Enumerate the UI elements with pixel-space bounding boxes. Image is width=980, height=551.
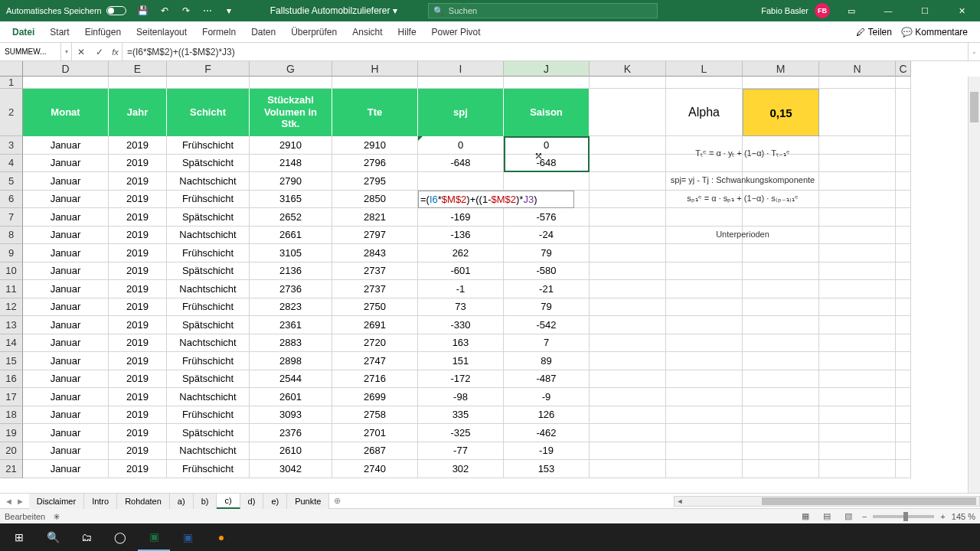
cell-K17[interactable] (590, 388, 666, 406)
cell-H19[interactable]: 2701 (332, 424, 418, 442)
cell-M11[interactable] (743, 280, 819, 298)
cell-K18[interactable] (590, 406, 666, 425)
cell-D1[interactable] (23, 77, 109, 89)
cell-C12[interactable] (896, 298, 911, 317)
cell-D4[interactable]: Januar (23, 155, 109, 173)
cell-J20[interactable]: -19 (504, 442, 590, 461)
cell-D21[interactable]: Januar (23, 460, 109, 478)
cell-M1[interactable] (743, 77, 819, 89)
zoom-in-icon[interactable]: + (940, 512, 945, 521)
cell-H4[interactable]: 2796 (332, 155, 418, 173)
cell-K16[interactable] (590, 370, 666, 389)
cell-E4[interactable]: 2019 (109, 155, 167, 173)
cell-D17[interactable]: Januar (23, 388, 109, 406)
cell-L15[interactable] (666, 352, 743, 370)
cell-K19[interactable] (590, 424, 666, 442)
cell-C3[interactable] (896, 136, 911, 155)
search-task-icon[interactable]: 🔍 (37, 523, 69, 551)
fx-icon[interactable]: fx (109, 43, 122, 60)
sheet-nav[interactable]: ◄► (0, 497, 29, 506)
cell-F16[interactable]: Spätschicht (167, 370, 250, 389)
name-box[interactable]: SUMMEW... (0, 43, 61, 60)
save-icon[interactable]: 💾 (132, 0, 154, 21)
cell-F11[interactable]: Nachtschicht (167, 280, 250, 298)
row-header-8[interactable]: 8 (0, 227, 23, 245)
cell-I7[interactable]: -169 (418, 208, 504, 227)
cell-H12[interactable]: 2750 (332, 298, 418, 317)
row-header-7[interactable]: 7 (0, 208, 23, 227)
header-I[interactable]: spj (418, 89, 504, 136)
cell-K1[interactable] (590, 77, 666, 89)
name-box-dropdown-icon[interactable]: ▾ (61, 43, 72, 60)
add-sheet-icon[interactable]: ⊕ (329, 496, 345, 506)
select-all-corner[interactable] (0, 61, 23, 77)
toggle-switch[interactable] (106, 6, 126, 15)
col-header-L[interactable]: L (666, 61, 743, 77)
cell-G17[interactable]: 2601 (250, 388, 332, 406)
cell-N18[interactable] (819, 406, 896, 425)
tab-ueberpruefen[interactable]: Überprüfen (283, 21, 345, 43)
cell-G18[interactable]: 3093 (250, 406, 332, 425)
cell-I13[interactable]: -330 (418, 316, 504, 334)
tab-powerpivot[interactable]: Power Pivot (424, 21, 488, 43)
cell-N1[interactable] (819, 77, 896, 89)
cell-F18[interactable]: Frühschicht (167, 406, 250, 425)
cell-G21[interactable]: 3042 (250, 460, 332, 478)
minimize-icon[interactable]: — (873, 0, 903, 21)
cell-G16[interactable]: 2544 (250, 370, 332, 389)
cell-M12[interactable] (743, 298, 819, 317)
alpha-label[interactable]: Alpha (666, 89, 743, 136)
cell-M7[interactable] (743, 208, 819, 227)
row-header-16[interactable]: 16 (0, 370, 23, 389)
cell-H10[interactable]: 2737 (332, 262, 418, 281)
cell-C1[interactable] (896, 77, 911, 89)
cell-E19[interactable]: 2019 (109, 424, 167, 442)
cell-G11[interactable]: 2736 (250, 280, 332, 298)
cell-L11[interactable] (666, 280, 743, 298)
cell-G4[interactable]: 2148 (250, 155, 332, 173)
cell-M16[interactable] (743, 370, 819, 389)
cell-G10[interactable]: 2136 (250, 262, 332, 281)
tab-hilfe[interactable]: Hilfe (390, 21, 424, 43)
cell-F6[interactable]: Frühschicht (167, 191, 250, 209)
col-header-M[interactable]: M (743, 61, 819, 77)
formula-input[interactable]: =(I6*$M$2)+((1-$M$2)*J3) (122, 43, 968, 60)
cell-F21[interactable]: Frühschicht (167, 460, 250, 478)
user-name[interactable]: Fabio Basler (761, 6, 808, 15)
cell-K11[interactable] (590, 280, 666, 298)
cell-I15[interactable]: 151 (418, 352, 504, 370)
excel-icon[interactable]: ▣ (138, 523, 170, 551)
alpha-value[interactable]: 0,15 (743, 89, 819, 136)
cell-D3[interactable]: Januar (23, 136, 109, 155)
cell-I17[interactable]: -98 (418, 388, 504, 406)
cell-H13[interactable]: 2691 (332, 316, 418, 334)
sheet-tab-Disclaimer[interactable]: Disclaimer (29, 494, 84, 509)
cell-C9[interactable] (896, 244, 911, 262)
cell-L19[interactable] (666, 424, 743, 442)
cancel-edit-icon[interactable]: ✕ (72, 43, 90, 60)
cell-C10[interactable] (896, 262, 911, 281)
cell-J14[interactable]: 7 (504, 334, 590, 353)
cell-F14[interactable]: Nachtschicht (167, 334, 250, 353)
start-icon[interactable]: ⊞ (3, 523, 35, 551)
cell-J1[interactable] (504, 77, 590, 89)
cell-K13[interactable] (590, 316, 666, 334)
cell-K15[interactable] (590, 352, 666, 370)
col-header-D[interactable]: D (23, 61, 109, 77)
cell-J17[interactable]: -9 (504, 388, 590, 406)
cell-J8[interactable]: -24 (504, 227, 590, 245)
cell-J3[interactable]: 0 (504, 136, 590, 155)
cell-C20[interactable] (896, 442, 911, 461)
cell-N7[interactable] (819, 208, 896, 227)
cell-L20[interactable] (666, 442, 743, 461)
col-header-H[interactable]: H (332, 61, 418, 77)
undo-icon[interactable]: ↶ (154, 0, 175, 21)
cell-E18[interactable]: 2019 (109, 406, 167, 425)
row-header-4[interactable]: 4 (0, 155, 23, 173)
view-normal-icon[interactable]: ▦ (798, 510, 813, 523)
cell-N2[interactable] (819, 89, 896, 136)
cell-D20[interactable]: Januar (23, 442, 109, 461)
cell-C7[interactable] (896, 208, 911, 227)
cell-G15[interactable]: 2898 (250, 352, 332, 370)
row-header-19[interactable]: 19 (0, 424, 23, 442)
